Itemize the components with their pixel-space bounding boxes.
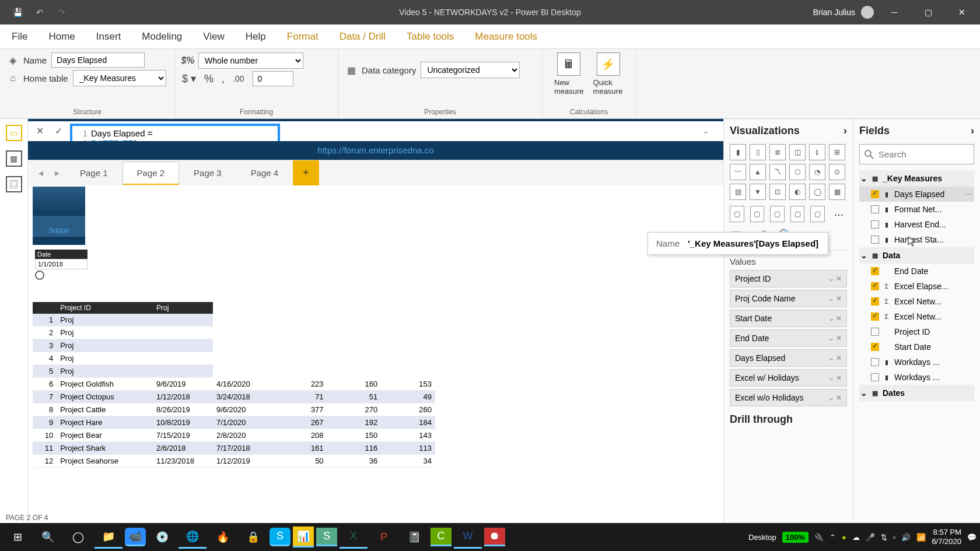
model-view-icon[interactable]: ⿴	[6, 176, 22, 192]
skype-icon[interactable]: S	[270, 528, 290, 546]
field-checkbox[interactable]	[871, 343, 879, 351]
field-well[interactable]: Proj Code Name⌄ ✕	[730, 290, 847, 307]
system-clock[interactable]: 8:57 PM 6/7/2020	[932, 528, 961, 546]
table-row[interactable]: 2Proj	[33, 327, 435, 339]
measure-name-input[interactable]	[51, 52, 145, 68]
remove-field-icon[interactable]: ✕	[836, 394, 842, 402]
user-account[interactable]: Brian Julius	[813, 6, 874, 19]
viz-type-7[interactable]: ▲	[750, 164, 766, 180]
decimals-input[interactable]	[253, 71, 293, 86]
field-item[interactable]: ▮Format Net...	[859, 202, 974, 217]
viz-type-0[interactable]: ▮	[730, 144, 746, 160]
table-row[interactable]: 12Project Seahorse11/23/20181/12/2019503…	[33, 455, 435, 468]
comma-icon[interactable]: ,	[222, 73, 225, 85]
field-item[interactable]: ▮Workdays ...	[859, 370, 974, 385]
viz-type-4[interactable]: ⫿	[809, 144, 825, 160]
chevron-down-icon[interactable]: ⌄	[828, 294, 834, 303]
chevron-down-icon[interactable]: ⌄	[828, 314, 834, 322]
remove-field-icon[interactable]: ✕	[836, 354, 842, 362]
table-row[interactable]: 11Project Shark2/6/20187/17/201816111611…	[33, 442, 435, 455]
save-icon[interactable]: 💾	[12, 6, 23, 18]
viz-extra-3[interactable]: ▢	[770, 206, 785, 222]
viz-extra-5[interactable]: ▢	[810, 206, 825, 222]
collapse-fields-icon[interactable]: ›	[971, 125, 974, 137]
field-checkbox[interactable]	[871, 282, 879, 290]
viz-type-14[interactable]: ⊡	[769, 184, 786, 200]
redo-icon[interactable]: ↷	[56, 6, 68, 18]
chevron-down-icon[interactable]: ⌄	[828, 374, 834, 382]
notepad-icon[interactable]: 📓	[400, 525, 428, 549]
viz-type-15[interactable]: ◐	[789, 184, 806, 200]
footer-link[interactable]: https://forum.enterprisedna.co	[28, 141, 723, 160]
remove-field-icon[interactable]: ✕	[836, 294, 842, 303]
viz-extra-1[interactable]: ▢	[730, 206, 744, 222]
page-tab[interactable]: Page 1	[65, 162, 123, 185]
battery-indicator[interactable]: 100%	[782, 532, 808, 543]
add-page-button[interactable]: +	[293, 160, 319, 185]
report-view-icon[interactable]: ▭	[6, 125, 22, 141]
data-view-icon[interactable]: ▦	[6, 150, 22, 167]
tray-wifi-icon[interactable]: 📶	[916, 533, 926, 542]
search-task-icon[interactable]: 🔍	[34, 525, 62, 549]
format-select[interactable]: Whole number	[198, 52, 303, 69]
menu-insert[interactable]: Insert	[96, 31, 121, 43]
decimal-icon[interactable]: .00	[233, 74, 244, 83]
viz-type-13[interactable]: ▼	[750, 184, 766, 200]
tray-chevron-icon[interactable]: ⌃	[830, 533, 836, 542]
field-item[interactable]: ΣExcel Elapse...	[859, 279, 974, 294]
show-desktop[interactable]: Desktop	[748, 533, 776, 542]
field-checkbox[interactable]	[871, 373, 879, 381]
viz-more-icon[interactable]: ⋯	[831, 206, 847, 224]
field-item[interactable]: ▮Workdays ...	[859, 355, 974, 370]
undo-icon[interactable]: ↶	[34, 6, 46, 18]
field-checkbox[interactable]	[871, 220, 879, 229]
chrome-icon[interactable]: 🌐	[178, 525, 206, 549]
tray-dot-1[interactable]: ●	[842, 533, 846, 542]
maximize-button[interactable]: ▢	[915, 1, 942, 24]
page-tab[interactable]: Page 3	[179, 162, 236, 185]
menu-home[interactable]: Home	[48, 31, 75, 43]
tray-usb-icon[interactable]: ⇅	[881, 533, 887, 542]
viz-type-9[interactable]: ⬡	[789, 164, 806, 180]
menu-table-tools[interactable]: Table tools	[407, 31, 454, 43]
recorder-icon[interactable]: ⏺	[484, 528, 505, 546]
start-button[interactable]: ⊞	[4, 525, 32, 549]
tray-mic-icon[interactable]: 🎤	[866, 533, 875, 542]
quick-measure-button[interactable]: ⚡ Quick measure	[589, 52, 628, 96]
date-slicer[interactable]: Date 1/1/2018	[35, 250, 88, 281]
viz-type-8[interactable]: 〽	[769, 164, 786, 180]
remove-field-icon[interactable]: ✕	[836, 314, 842, 322]
field-checkbox[interactable]	[871, 313, 879, 321]
viz-type-10[interactable]: ◔	[809, 164, 825, 180]
field-item[interactable]: Project ID	[859, 324, 974, 339]
snagit-icon[interactable]: S	[316, 528, 337, 546]
menu-modeling[interactable]: Modeling	[142, 31, 182, 43]
menu-view[interactable]: View	[203, 31, 225, 43]
field-well[interactable]: End Date⌄ ✕	[730, 329, 847, 347]
viz-type-17[interactable]: ▦	[829, 184, 845, 200]
viz-type-12[interactable]: ▤	[730, 184, 746, 200]
field-item[interactable]: ▮Days Elapsed⋯	[859, 187, 974, 202]
field-group[interactable]: ⌄▦Data	[859, 247, 974, 264]
remove-field-icon[interactable]: ✕	[836, 334, 842, 342]
table-row[interactable]: 6Project Goldfish9/6/20194/16/2020223160…	[33, 378, 435, 391]
field-well[interactable]: Excel w/o Holidays⌄ ✕	[730, 389, 847, 406]
field-item[interactable]: End Date	[859, 264, 974, 279]
tray-cloud-icon[interactable]: ☁	[852, 533, 860, 542]
media-icon[interactable]: 💿	[148, 525, 176, 549]
zoom-icon[interactable]: 📹	[125, 528, 146, 546]
field-well[interactable]: Start Date⌄ ✕	[730, 310, 847, 327]
viz-extra-2[interactable]: ▢	[750, 206, 765, 222]
currency-icon[interactable]: $ ▾	[182, 72, 196, 85]
percent-icon[interactable]: %	[204, 73, 214, 85]
tray-app-icon[interactable]: ▫	[893, 533, 896, 542]
power-icon[interactable]: 🔌	[814, 533, 824, 542]
table-row[interactable]: 7Project Octopus1/12/20183/24/2018715149	[33, 391, 435, 403]
data-table[interactable]: Project ID Proj 1Proj2Proj3Proj4Proj5Pro…	[33, 302, 719, 468]
field-checkbox[interactable]	[871, 267, 879, 275]
page-tab[interactable]: Page 2	[123, 162, 180, 185]
chevron-down-icon[interactable]: ⌄	[828, 394, 834, 402]
viz-type-3[interactable]: ◫	[789, 144, 806, 160]
table-row[interactable]: 5Proj	[33, 365, 435, 378]
table-row[interactable]: 1Proj	[33, 314, 435, 327]
